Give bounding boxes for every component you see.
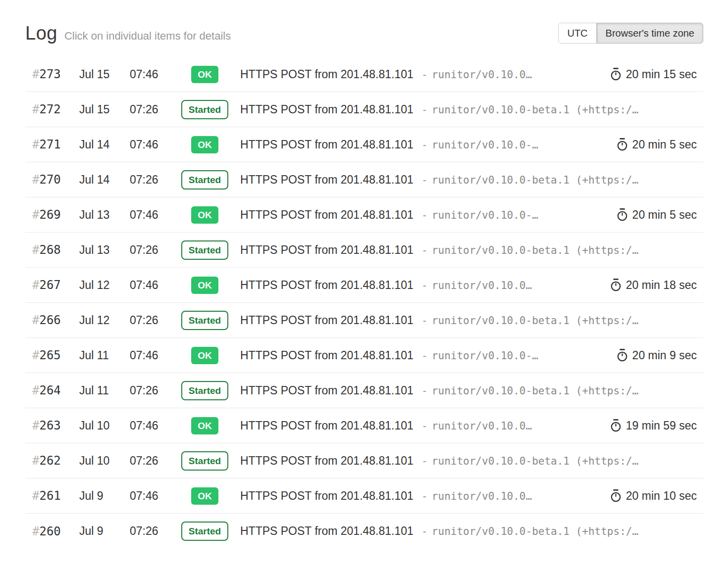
- utc-button[interactable]: UTC: [558, 23, 596, 44]
- message-main: HTTPS POST from 201.48.81.101: [240, 68, 414, 81]
- row-number: #272: [32, 102, 79, 116]
- log-row[interactable]: #262 Jul 10 07:26 Started HTTPS POST fro…: [25, 443, 703, 478]
- message-separator: -: [423, 280, 426, 291]
- log-row[interactable]: #269 Jul 13 07:46 OK HTTPS POST from 201…: [25, 197, 703, 233]
- status-badge-ok: OK: [191, 487, 218, 505]
- message-main: HTTPS POST from 201.48.81.101: [240, 103, 414, 116]
- message: HTTPS POST from 201.48.81.101 - runitor/…: [240, 68, 597, 81]
- status-badge-started: Started: [181, 170, 228, 190]
- time-cell: 07:26: [130, 314, 169, 327]
- stopwatch-icon: [617, 348, 628, 362]
- status-cell: OK: [169, 417, 240, 434]
- message-separator: -: [423, 350, 426, 362]
- message-main: HTTPS POST from 201.48.81.101: [240, 419, 414, 432]
- number-value: 272: [39, 102, 60, 116]
- message-agent: runitor/v0.10.0…: [432, 490, 532, 502]
- log-row[interactable]: #267 Jul 12 07:46 OK HTTPS POST from 201…: [25, 268, 703, 303]
- message: HTTPS POST from 201.48.81.101 - runitor/…: [240, 489, 597, 503]
- number-value: 270: [39, 173, 60, 187]
- log-row[interactable]: #260 Jul 9 07:26 Started HTTPS POST from…: [25, 514, 703, 549]
- title-wrap: Log Click on individual items for detail…: [25, 23, 231, 44]
- message-agent: runitor/v0.10.0-beta.1 (+https:/…: [432, 315, 638, 327]
- status-cell: OK: [169, 277, 240, 294]
- row-number: #268: [32, 243, 79, 257]
- stopwatch-icon: [610, 278, 622, 292]
- status-cell: OK: [169, 347, 240, 364]
- status-cell: Started: [169, 522, 240, 541]
- number-value: 263: [39, 419, 60, 432]
- message-separator: -: [423, 490, 426, 502]
- status-badge-ok: OK: [191, 417, 218, 434]
- duration-text: 19 min 59 sec: [626, 419, 697, 432]
- date-cell: Jul 11: [79, 349, 130, 362]
- log-row[interactable]: #272 Jul 15 07:26 Started HTTPS POST fro…: [25, 92, 703, 127]
- duration: 19 min 59 sec: [610, 419, 697, 432]
- status-badge-started: Started: [181, 451, 228, 471]
- time-cell: 07:46: [130, 208, 169, 222]
- status-badge-ok: OK: [191, 206, 218, 224]
- date-cell: Jul 10: [79, 454, 130, 468]
- message: HTTPS POST from 201.48.81.101 - runitor/…: [240, 138, 604, 151]
- message: HTTPS POST from 201.48.81.101 - runitor/…: [240, 243, 697, 257]
- message-agent: runitor/v0.10.0-beta.1 (+https:/…: [432, 104, 638, 116]
- date-cell: Jul 9: [79, 489, 130, 503]
- row-number: #273: [32, 67, 79, 81]
- status-badge-ok: OK: [191, 66, 218, 83]
- stopwatch-icon: [617, 138, 628, 151]
- log-row[interactable]: #270 Jul 14 07:26 Started HTTPS POST fro…: [25, 162, 703, 197]
- date-cell: Jul 15: [79, 68, 130, 81]
- number-hash: #: [32, 419, 39, 432]
- duration-text: 20 min 5 sec: [632, 138, 697, 151]
- log-row[interactable]: #266 Jul 12 07:26 Started HTTPS POST fro…: [25, 303, 703, 338]
- log-table: #273 Jul 15 07:46 OK HTTPS POST from 201…: [25, 57, 703, 549]
- log-row[interactable]: #265 Jul 11 07:46 OK HTTPS POST from 201…: [25, 338, 703, 373]
- duration: 20 min 9 sec: [617, 348, 697, 362]
- duration: 20 min 5 sec: [617, 208, 697, 222]
- message: HTTPS POST from 201.48.81.101 - runitor/…: [240, 103, 697, 116]
- log-row[interactable]: #263 Jul 10 07:46 OK HTTPS POST from 201…: [25, 408, 703, 443]
- browser-timezone-button[interactable]: Browser's time zone: [597, 23, 703, 44]
- message: HTTPS POST from 201.48.81.101 - runitor/…: [240, 349, 604, 362]
- duration: 20 min 10 sec: [610, 489, 697, 503]
- stopwatch-icon: [610, 489, 622, 503]
- message-main: HTTPS POST from 201.48.81.101: [240, 384, 414, 397]
- row-number: #271: [32, 138, 79, 151]
- row-number: #260: [32, 524, 79, 538]
- number-hash: #: [32, 208, 39, 222]
- status-badge-ok: OK: [191, 277, 218, 294]
- message-separator: -: [423, 174, 426, 186]
- duration-text: 20 min 10 sec: [626, 489, 697, 503]
- status-cell: Started: [169, 240, 240, 260]
- log-row[interactable]: #261 Jul 9 07:46 OK HTTPS POST from 201.…: [25, 478, 703, 514]
- message-agent: runitor/v0.10.0-…: [432, 350, 538, 362]
- stopwatch-icon: [617, 208, 628, 222]
- status-cell: OK: [169, 487, 240, 505]
- log-row[interactable]: #264 Jul 11 07:26 Started HTTPS POST fro…: [25, 373, 703, 408]
- log-row[interactable]: #273 Jul 15 07:46 OK HTTPS POST from 201…: [25, 57, 703, 92]
- date-cell: Jul 12: [79, 279, 130, 292]
- message-separator: -: [423, 69, 426, 81]
- status-badge-started: Started: [181, 522, 228, 541]
- message: HTTPS POST from 201.48.81.101 - runitor/…: [240, 454, 697, 468]
- date-cell: Jul 15: [79, 103, 130, 116]
- message-separator: -: [423, 139, 426, 151]
- number-hash: #: [32, 67, 39, 81]
- row-number: #265: [32, 348, 79, 362]
- timezone-toggle: UTC Browser's time zone: [558, 23, 703, 44]
- status-cell: OK: [169, 66, 240, 83]
- log-row[interactable]: #271 Jul 14 07:46 OK HTTPS POST from 201…: [25, 127, 703, 162]
- message-agent: runitor/v0.10.0-…: [432, 139, 538, 151]
- status-badge-ok: OK: [191, 136, 218, 153]
- log-row[interactable]: #268 Jul 13 07:26 Started HTTPS POST fro…: [25, 233, 703, 268]
- duration-text: 20 min 15 sec: [626, 68, 697, 81]
- message-main: HTTPS POST from 201.48.81.101: [240, 489, 414, 503]
- time-cell: 07:46: [130, 419, 169, 432]
- message-main: HTTPS POST from 201.48.81.101: [240, 454, 414, 468]
- number-hash: #: [32, 348, 39, 362]
- status-cell: OK: [169, 206, 240, 224]
- time-cell: 07:26: [130, 173, 169, 187]
- date-cell: Jul 13: [79, 243, 130, 257]
- number-value: 271: [39, 138, 60, 151]
- row-number: #262: [32, 454, 79, 468]
- time-cell: 07:46: [130, 489, 169, 503]
